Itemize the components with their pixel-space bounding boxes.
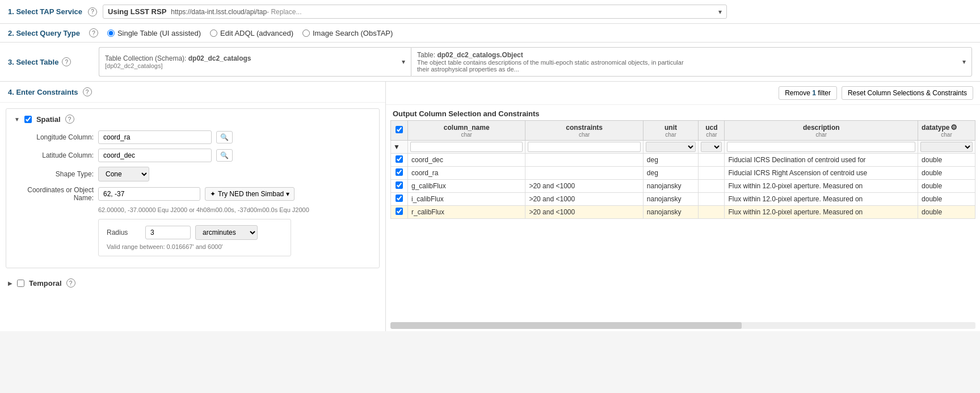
radio-image-search[interactable]: Image Search (ObsTAP): [302, 29, 393, 37]
output-panel: Remove 1 filter Reset Column Selections …: [386, 82, 980, 331]
filter-ucd-select[interactable]: [701, 142, 722, 152]
section1-label: 1. Select TAP Service: [8, 7, 82, 16]
row-checkbox-cell[interactable]: [391, 206, 408, 219]
coords-hint: 62.00000, -37.00000 Equ J2000 or 4h08m00…: [98, 206, 371, 213]
cell-unit: nanojansky: [643, 193, 698, 206]
section4-help-icon[interactable]: ?: [83, 87, 92, 96]
units-select[interactable]: arcminutes arcseconds degrees: [195, 225, 258, 240]
latitude-input[interactable]: [98, 149, 212, 162]
cell-datatype: double: [918, 180, 975, 193]
th-constraints-sub: char: [529, 132, 639, 138]
table-collection-content: Table Collection (Schema): dp02_dc2_cata…: [105, 54, 251, 69]
filter-icon[interactable]: ▼: [393, 143, 400, 151]
filter-unit-select[interactable]: [646, 142, 696, 152]
filter-constraints-input[interactable]: [528, 142, 640, 152]
row-checkbox-cell[interactable]: [391, 180, 408, 193]
table-info-content: Table: dp02_dc2_catalogs.Object The obje…: [417, 51, 689, 73]
row-checkbox-cell[interactable]: [391, 154, 408, 167]
radio-single-table[interactable]: Single Table (UI assisted): [107, 29, 201, 37]
spatial-help-icon[interactable]: ?: [65, 115, 74, 124]
filter-col-name-cell[interactable]: [408, 141, 525, 154]
longitude-search-btn[interactable]: 🔍: [216, 131, 233, 143]
cell-description: Fiducial ICRS Declination of centroid us…: [725, 154, 918, 167]
section3-help-icon[interactable]: ?: [62, 57, 71, 66]
longitude-row: Longitude Column: 🔍: [14, 130, 371, 144]
scrollbar-thumb[interactable]: [390, 322, 742, 329]
th-description: description char: [725, 121, 918, 141]
ned-btn[interactable]: ✦ Try NED then Simbad ▾: [205, 187, 295, 201]
output-toolbar: Remove 1 filter Reset Column Selections …: [386, 82, 980, 105]
radio-edit-adql-input[interactable]: [210, 29, 217, 37]
table-info-dropdown-arrow[interactable]: ▾: [957, 58, 966, 66]
shape-select[interactable]: Cone Polygon Box: [98, 167, 149, 181]
temporal-collapse-icon[interactable]: ▶: [8, 280, 12, 286]
cell-constraints: >20 and <1000: [525, 180, 643, 193]
radio-single-table-input[interactable]: [107, 29, 115, 37]
horizontal-scrollbar[interactable]: [390, 322, 975, 329]
cell-constraints: [525, 154, 643, 167]
section2-help-icon[interactable]: ?: [89, 28, 98, 37]
spatial-collapse-icon[interactable]: ▼: [14, 116, 20, 122]
radius-input[interactable]: [145, 226, 191, 239]
spatial-checkbox[interactable]: [24, 116, 32, 123]
select-all-checkbox[interactable]: [396, 126, 403, 133]
tap-service-dropdown-arrow[interactable]: ▾: [713, 8, 722, 16]
row-checkbox[interactable]: [396, 155, 403, 163]
latitude-row: Latitude Column: 🔍: [14, 149, 371, 162]
radius-row: Radius arcminutes arcseconds degrees: [107, 225, 283, 240]
coords-row: Coordinates or Object Name: ✦ Try NED th…: [14, 186, 371, 202]
table-row: g_calibFlux >20 and <1000 nanojansky Flu…: [391, 180, 975, 193]
cell-column-name: i_calibFlux: [408, 193, 525, 206]
th-checkbox: [391, 121, 408, 141]
row-checkbox[interactable]: [396, 168, 403, 176]
filter-constraints-cell[interactable]: [525, 141, 643, 154]
row-checkbox-cell[interactable]: [391, 193, 408, 206]
filter-col-name-input[interactable]: [410, 142, 523, 152]
constraints-header: 4. Enter Constraints ?: [0, 82, 385, 103]
radius-box: Radius arcminutes arcseconds degrees Val…: [98, 219, 291, 256]
output-title: Output Column Selection and Constraints: [386, 105, 980, 120]
longitude-input[interactable]: [98, 130, 212, 144]
radio-single-table-label: Single Table (UI assisted): [117, 29, 201, 37]
row-checkbox[interactable]: [396, 181, 403, 189]
cell-constraints: [525, 167, 643, 180]
cell-ucd: [699, 180, 725, 193]
filter-ucd-cell[interactable]: [699, 141, 725, 154]
coords-input[interactable]: [98, 187, 200, 201]
filter-desc-input[interactable]: [727, 142, 915, 152]
constraints-panel: 4. Enter Constraints ? ▼ Spatial ? Longi…: [0, 82, 386, 331]
cell-column-name: coord_dec: [408, 154, 525, 167]
filter-datatype-cell[interactable]: [918, 141, 975, 154]
filter-desc-cell[interactable]: [725, 141, 918, 154]
table-collection-box[interactable]: Table Collection (Schema): dp02_dc2_cata…: [99, 47, 411, 77]
ned-btn-icon: ✦: [210, 190, 216, 198]
cell-description: Fiducial ICRS Right Ascension of centroi…: [725, 167, 918, 180]
table-name: dp02_dc2_catalogs.Object: [437, 51, 523, 59]
reset-selections-btn[interactable]: Reset Column Selections & Constraints: [842, 86, 973, 100]
tap-service-input[interactable]: Using LSST RSP https://data-int.lsst.clo…: [103, 5, 727, 19]
table-info-box[interactable]: Table: dp02_dc2_catalogs.Object The obje…: [411, 47, 972, 77]
th-ucd: ucd char: [699, 121, 725, 141]
row-checkbox-cell[interactable]: [391, 167, 408, 180]
output-table-wrapper: column_name char constraints char unit c…: [386, 120, 980, 320]
filter-unit-cell[interactable]: [643, 141, 698, 154]
tap-service-using-label: Using LSST RSP: [108, 7, 166, 16]
filter-datatype-select[interactable]: [920, 142, 973, 152]
cell-unit: nanojansky: [643, 206, 698, 219]
table-row: i_calibFlux >20 and <1000 nanojansky Flu…: [391, 193, 975, 206]
th-column-name: column_name char: [408, 121, 525, 141]
radio-image-search-input[interactable]: [302, 29, 310, 37]
row-checkbox[interactable]: [396, 195, 403, 202]
schema-label: Table Collection (Schema): dp02_dc2_cata…: [105, 54, 251, 62]
th-datatype-sub: char: [922, 132, 971, 138]
temporal-help-icon[interactable]: ?: [66, 278, 75, 288]
table-collection-dropdown-arrow[interactable]: ▾: [396, 58, 405, 66]
settings-icon[interactable]: ⚙: [950, 123, 957, 132]
latitude-search-btn[interactable]: 🔍: [216, 149, 233, 162]
filter-row: ▼: [391, 141, 975, 154]
temporal-checkbox[interactable]: [17, 280, 24, 287]
remove-filter-btn[interactable]: Remove 1 filter: [779, 86, 837, 100]
row-checkbox[interactable]: [396, 208, 403, 215]
radio-edit-adql[interactable]: Edit ADQL (advanced): [210, 29, 293, 37]
section1-help-icon[interactable]: ?: [88, 7, 97, 16]
